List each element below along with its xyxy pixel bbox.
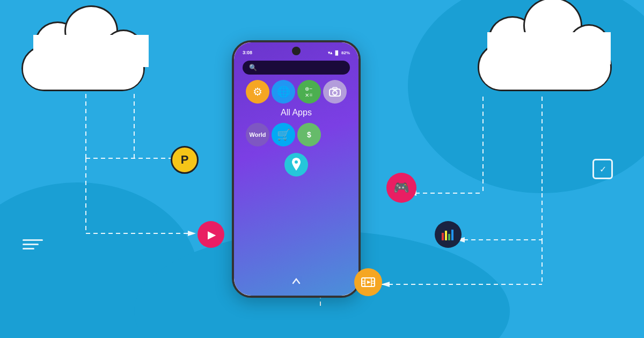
svg-marker-36 [367, 281, 371, 284]
hamburger-line-1 [23, 239, 43, 241]
game-controller-symbol: 🎮 [393, 180, 409, 195]
browser-app-icon[interactable]: 🌐 [272, 80, 295, 104]
swipe-up-indicator [291, 276, 302, 289]
shopping-app-icon[interactable]: 🛒 [272, 123, 295, 146]
settings-app-icon[interactable]: ⚙ [246, 80, 269, 104]
game-icon-placeholder [323, 123, 347, 146]
cloud-left [21, 16, 150, 91]
phone-left-button [232, 101, 233, 120]
checkbox-check: ✓ [599, 164, 606, 174]
game-controller-floating-icon[interactable]: 🎮 [386, 173, 416, 203]
parking-symbol: P [181, 153, 189, 167]
equalizer-floating-icon[interactable] [435, 221, 462, 248]
parking-floating-icon[interactable]: P [171, 146, 199, 174]
phone-screen: 3:08 ▾▴ ▐▌ 82% 🔍 ⚙ 🌐 ⊕−✕= [234, 42, 358, 296]
hamburger-menu-decoration [23, 239, 43, 249]
app-icons-row-2: World 🛒 $ [234, 123, 358, 146]
svg-rect-26 [445, 231, 447, 240]
wifi-icon: ▾▴ [328, 50, 332, 55]
phone-volume-button [360, 96, 361, 117]
phone-notch [292, 47, 301, 55]
phone-search-bar[interactable]: 🔍 [243, 61, 350, 75]
phone-power-button [360, 123, 361, 139]
svg-rect-28 [451, 230, 453, 240]
search-icon: 🔍 [249, 64, 257, 71]
svg-point-20 [333, 91, 337, 95]
search-input-spacer [260, 67, 343, 68]
phone-body: 3:08 ▾▴ ▐▌ 82% 🔍 ⚙ 🌐 ⊕−✕= [232, 40, 361, 298]
phone: 3:08 ▾▴ ▐▌ 82% 🔍 ⚙ 🌐 ⊕−✕= [232, 40, 361, 298]
equalizer-bars [441, 229, 456, 240]
video-film-floating-icon[interactable] [354, 268, 382, 296]
calculator-app-icon[interactable]: ⊕−✕= [297, 80, 321, 104]
all-apps-label: All Apps [234, 108, 358, 117]
cloud-right [478, 11, 617, 91]
film-strip-icon [361, 275, 376, 289]
dollar-app-icon[interactable]: $ [297, 123, 321, 146]
camera-app-icon[interactable] [323, 80, 347, 104]
hamburger-line-3 [23, 248, 34, 249]
play-floating-icon[interactable]: ▶ [197, 221, 224, 248]
status-icons: ▾▴ ▐▌ 82% [328, 50, 350, 55]
svg-text:$: $ [307, 130, 311, 139]
time-display: 3:08 [243, 50, 252, 55]
phone-left-button2 [232, 126, 233, 155]
svg-marker-6 [188, 231, 196, 236]
svg-rect-25 [442, 233, 444, 240]
svg-point-24 [295, 160, 298, 164]
location-app-icon[interactable] [284, 153, 308, 177]
world-app-icon[interactable]: World [246, 123, 269, 146]
app-icons-row-3 [234, 151, 358, 177]
app-icons-row-1: ⚙ 🌐 ⊕−✕= [234, 80, 358, 104]
hamburger-line-2 [23, 244, 39, 245]
checkbox-decoration: ✓ [592, 159, 613, 179]
signal-icon: ▐▌ [334, 50, 340, 55]
battery-display: 82% [341, 50, 350, 55]
play-symbol: ▶ [208, 228, 216, 241]
svg-rect-27 [448, 234, 450, 240]
